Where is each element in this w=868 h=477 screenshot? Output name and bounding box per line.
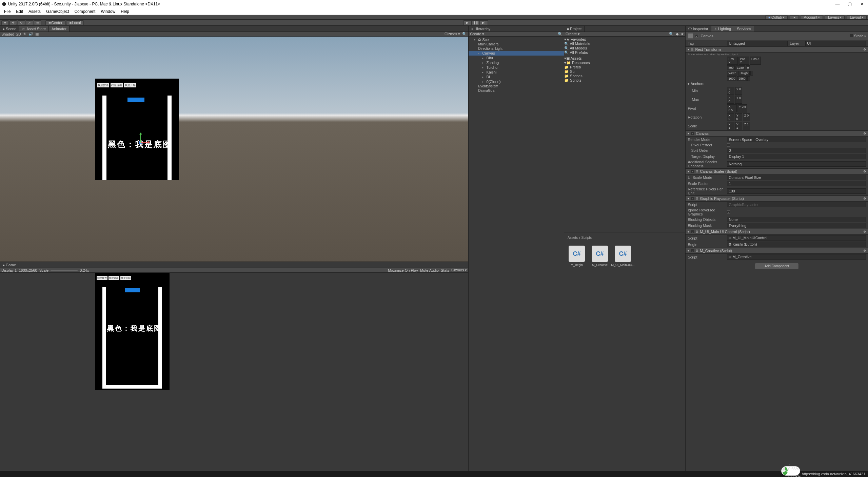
pivot-y[interactable]: Y 0.5 bbox=[737, 104, 747, 112]
shaded-dropdown[interactable]: Shaded bbox=[1, 32, 14, 36]
hierarchy-item[interactable]: ▸0(Clone) bbox=[469, 79, 564, 84]
display-dropdown[interactable]: Display 1 bbox=[1, 268, 17, 272]
move-tool-button[interactable]: ✢ bbox=[9, 20, 17, 25]
gear-icon[interactable]: ⚙ bbox=[863, 230, 866, 233]
scale-y[interactable]: Y 1 bbox=[735, 122, 742, 130]
posx-field[interactable]: 800 bbox=[727, 65, 735, 70]
tab-scene[interactable]: ● Scene bbox=[0, 26, 19, 32]
scenes-folder[interactable]: 📁 Scenes bbox=[564, 74, 685, 78]
blocking-objects-dropdown[interactable]: None bbox=[727, 217, 866, 222]
favorites-folder[interactable]: ▾★ Favorites bbox=[564, 37, 685, 42]
canvas-component-header[interactable]: ▾ Canvas⚙ bbox=[686, 130, 868, 137]
resolution-dropdown[interactable]: 1600x2560 bbox=[19, 268, 37, 272]
close-button[interactable]: ✕ bbox=[857, 1, 867, 7]
menu-component[interactable]: Component bbox=[72, 9, 97, 14]
target-display-dropdown[interactable]: Display 1 bbox=[727, 154, 866, 159]
add-component-button[interactable]: Add Component bbox=[755, 263, 799, 269]
hierarchy-create-dropdown[interactable]: Create ▾ bbox=[470, 32, 484, 36]
gear-icon[interactable]: ⚙ bbox=[863, 197, 866, 200]
layer-dropdown[interactable]: UI bbox=[805, 41, 866, 46]
scale-factor-field[interactable]: 1 bbox=[727, 181, 866, 186]
ignore-reversed-checkbox[interactable] bbox=[727, 210, 730, 214]
anchor-min-y[interactable]: Y 0 bbox=[735, 87, 742, 95]
hierarchy-item[interactable]: ▸Kaishi bbox=[469, 70, 564, 75]
width-field[interactable]: 1600 bbox=[727, 76, 736, 81]
project-create-dropdown[interactable]: Create ▾ bbox=[566, 32, 580, 36]
sort-order-field[interactable]: 0 bbox=[727, 148, 866, 153]
maximize-button[interactable]: ▢ bbox=[845, 1, 854, 7]
gizmos-dropdown[interactable]: Gizmos ▾ bbox=[445, 32, 460, 36]
blocking-mask-dropdown[interactable]: Everything bbox=[727, 223, 866, 228]
menu-window[interactable]: Window bbox=[99, 9, 117, 14]
scale-x[interactable]: X 1 bbox=[727, 122, 734, 130]
layout-dropdown[interactable]: Layout ▾ bbox=[847, 15, 867, 19]
gear-icon[interactable]: ⚙ bbox=[863, 132, 866, 135]
ui-scale-mode-dropdown[interactable]: Constant Pixel Size bbox=[727, 175, 866, 180]
rot-z[interactable]: Z 0 bbox=[743, 113, 750, 121]
posy-field[interactable]: 1280 bbox=[735, 65, 745, 70]
anchor-max-x[interactable]: X 0 bbox=[727, 96, 734, 104]
tab-services[interactable]: Services bbox=[734, 26, 754, 32]
scale-tool-button[interactable]: ⤢ bbox=[26, 20, 33, 25]
project-breadcrumb[interactable]: Assets ▸ Scripts bbox=[568, 236, 682, 240]
scale-z[interactable]: Z 1 bbox=[743, 122, 750, 130]
rect-tool-button[interactable]: ▭ bbox=[34, 20, 41, 25]
script-asset[interactable]: C#M_UI_MainUIC... bbox=[614, 246, 632, 267]
tab-game[interactable]: ● Game bbox=[0, 262, 19, 268]
hierarchy-item-canvas[interactable]: ▾Canvas bbox=[469, 51, 564, 56]
shader-channels-dropdown[interactable]: Nothing bbox=[727, 161, 866, 167]
graphic-raycaster-header[interactable]: ▾ ⧉ Graphic Raycaster (Script)⚙ bbox=[686, 195, 868, 202]
maximize-toggle[interactable]: Maximize On Play bbox=[388, 268, 418, 272]
ref-pixels-field[interactable]: 100 bbox=[727, 188, 866, 194]
tab-hierarchy[interactable]: ≡ Hierarchy bbox=[469, 26, 493, 32]
hierarchy-item[interactable]: DaimaGua bbox=[469, 88, 564, 93]
script-asset[interactable]: C#M_Begin bbox=[568, 246, 586, 267]
project-star-icon[interactable]: ★ bbox=[680, 32, 684, 36]
minimize-button[interactable]: — bbox=[833, 1, 842, 7]
hierarchy-item[interactable]: ▸Zanting bbox=[469, 60, 564, 65]
tab-animator[interactable]: Animator bbox=[49, 26, 70, 32]
pivot-toggle[interactable]: ◉ Center bbox=[45, 20, 65, 25]
collab-dropdown[interactable]: ● Collab ▾ bbox=[765, 15, 788, 19]
tab-inspector[interactable]: ⓘ Inspector bbox=[686, 26, 711, 32]
rot-y[interactable]: Y 0 bbox=[735, 113, 742, 121]
creative-script-header[interactable]: ▾ ⧉ M_Creative (Script)⚙ bbox=[686, 248, 868, 254]
audio-toggle-icon[interactable]: 🔊 bbox=[28, 32, 33, 36]
pause-button[interactable]: ❚❚ bbox=[472, 20, 480, 25]
scene-root[interactable]: ▾✪ Sce bbox=[469, 37, 564, 42]
menu-gameobject[interactable]: GameObject bbox=[44, 9, 71, 14]
hand-tool-button[interactable]: ✥ bbox=[1, 20, 9, 25]
scale-slider[interactable] bbox=[51, 270, 78, 271]
hierarchy-search-icon[interactable]: 🔍 bbox=[558, 32, 563, 36]
account-dropdown[interactable]: Account ▾ bbox=[801, 15, 823, 19]
cloud-icon[interactable]: ☁ bbox=[790, 15, 799, 19]
step-button[interactable]: ▶| bbox=[480, 20, 488, 25]
all-models[interactable]: 🔍 All Models bbox=[564, 46, 685, 50]
play-button[interactable]: ▶ bbox=[463, 20, 472, 25]
hierarchy-item[interactable]: ▸Di bbox=[469, 75, 564, 79]
menu-assets[interactable]: Assets bbox=[26, 9, 43, 14]
su-folder[interactable]: 📁 Su bbox=[564, 69, 685, 74]
mode-2d-toggle[interactable]: 2D bbox=[16, 32, 21, 36]
gear-icon[interactable]: ⚙ bbox=[863, 249, 866, 252]
scene-search-icon[interactable]: 🔍 bbox=[462, 32, 467, 36]
transform-gizmo-icon[interactable] bbox=[134, 134, 148, 148]
ui-control-script-header[interactable]: ▾ ⧉ M_UI_Main UI Control (Script)⚙ bbox=[686, 229, 868, 235]
gear-icon[interactable]: ⚙ bbox=[863, 170, 866, 173]
gameobject-icon[interactable] bbox=[688, 33, 693, 39]
canvas-scaler-header[interactable]: ▾ ⧉ Canvas Scaler (Script)⚙ bbox=[686, 168, 868, 174]
menu-help[interactable]: Help bbox=[119, 9, 131, 14]
tab-lighting[interactable]: ☀ Lighting bbox=[711, 26, 734, 32]
script-asset[interactable]: C#M_Creative bbox=[591, 246, 609, 267]
rect-transform-header[interactable]: ▾⊞ Rect Transform⚙ bbox=[686, 46, 868, 53]
tab-project[interactable]: ■ Project bbox=[564, 26, 585, 32]
all-prefabs[interactable]: 🔍 All Prefabs bbox=[564, 50, 685, 55]
hierarchy-item[interactable]: Main Camera bbox=[469, 42, 564, 46]
static-checkbox[interactable] bbox=[850, 34, 853, 37]
prefeb-folder[interactable]: 📁 Prefeb bbox=[564, 65, 685, 69]
stats-toggle[interactable]: Stats bbox=[441, 268, 449, 272]
resources-folder[interactable]: ▾📁 Resources bbox=[564, 61, 685, 65]
project-search-icon[interactable]: 🔍 bbox=[669, 32, 674, 36]
menu-file[interactable]: File bbox=[2, 9, 13, 14]
hierarchy-item[interactable]: Directional Light bbox=[469, 46, 564, 51]
